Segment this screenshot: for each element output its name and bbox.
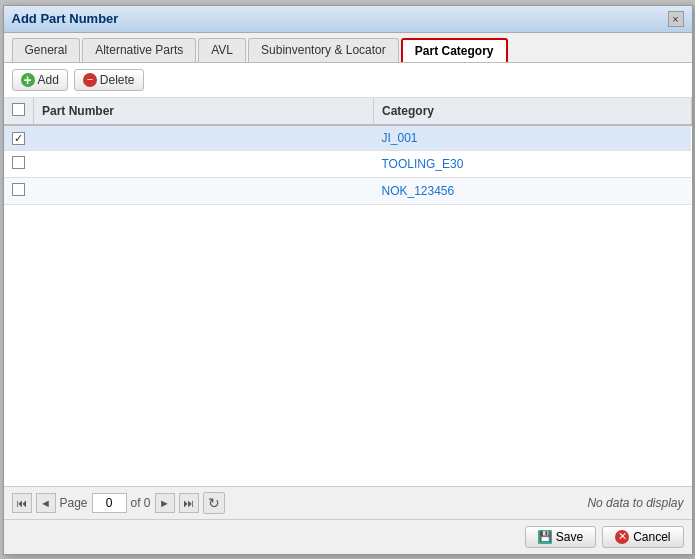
table-row: JI_001	[4, 125, 692, 151]
content-area: Part Number Category JI_001TOOLING_E30NO…	[4, 98, 692, 486]
cell-part-number	[34, 125, 374, 151]
cell-part-number	[34, 177, 374, 204]
row-checkbox[interactable]	[12, 156, 25, 169]
cell-category[interactable]: JI_001	[374, 125, 692, 151]
delete-icon: −	[83, 73, 97, 87]
table-container: Part Number Category JI_001TOOLING_E30NO…	[4, 98, 692, 486]
add-label: Add	[38, 73, 59, 87]
footer-actions: 💾 Save ✕ Cancel	[4, 519, 692, 554]
header-checkbox[interactable]	[12, 103, 25, 116]
save-label: Save	[556, 530, 583, 544]
tab-general[interactable]: General	[12, 38, 81, 62]
add-part-number-dialog: Add Part Number × General Alternative Pa…	[3, 5, 693, 555]
save-button[interactable]: 💾 Save	[525, 526, 596, 548]
tab-subinventory-locator[interactable]: Subinventory & Locator	[248, 38, 399, 62]
last-page-button[interactable]: ⏭	[179, 493, 199, 513]
tab-alternative-parts[interactable]: Alternative Parts	[82, 38, 196, 62]
cell-category[interactable]: NOK_123456	[374, 177, 692, 204]
row-checkbox[interactable]	[12, 183, 25, 196]
prev-page-button[interactable]: ◄	[36, 493, 56, 513]
table-row: TOOLING_E30	[4, 150, 692, 177]
toolbar: + Add − Delete	[4, 63, 692, 98]
cell-category[interactable]: TOOLING_E30	[374, 150, 692, 177]
cancel-label: Cancel	[633, 530, 670, 544]
refresh-button[interactable]: ↻	[203, 492, 225, 514]
pagination-bar: ⏮ ◄ Page of 0 ► ⏭ ↻ No data to display	[4, 486, 692, 519]
cancel-button[interactable]: ✕ Cancel	[602, 526, 683, 548]
dialog-titlebar: Add Part Number ×	[4, 6, 692, 33]
of-label: of 0	[131, 496, 151, 510]
col-header-checkbox	[4, 98, 34, 125]
data-table: Part Number Category JI_001TOOLING_E30NO…	[4, 98, 692, 205]
delete-button[interactable]: − Delete	[74, 69, 144, 91]
category-link[interactable]: JI_001	[382, 131, 418, 145]
cancel-icon: ✕	[615, 530, 629, 544]
first-page-button[interactable]: ⏮	[12, 493, 32, 513]
category-link[interactable]: TOOLING_E30	[382, 157, 464, 171]
no-data-message: No data to display	[229, 496, 684, 510]
page-label: Page	[60, 496, 88, 510]
save-icon: 💾	[538, 530, 552, 544]
category-link[interactable]: NOK_123456	[382, 184, 455, 198]
delete-label: Delete	[100, 73, 135, 87]
page-input[interactable]	[92, 493, 127, 513]
tab-part-category[interactable]: Part Category	[401, 38, 508, 62]
add-button[interactable]: + Add	[12, 69, 68, 91]
col-header-category: Category	[374, 98, 692, 125]
tab-avl[interactable]: AVL	[198, 38, 246, 62]
next-page-button[interactable]: ►	[155, 493, 175, 513]
table-row: NOK_123456	[4, 177, 692, 204]
col-header-part-number: Part Number	[34, 98, 374, 125]
dialog-title: Add Part Number	[12, 11, 119, 26]
tabs-bar: General Alternative Parts AVL Subinvento…	[4, 33, 692, 63]
cell-part-number	[34, 150, 374, 177]
row-checkbox[interactable]	[12, 132, 25, 145]
close-button[interactable]: ×	[668, 11, 684, 27]
add-icon: +	[21, 73, 35, 87]
